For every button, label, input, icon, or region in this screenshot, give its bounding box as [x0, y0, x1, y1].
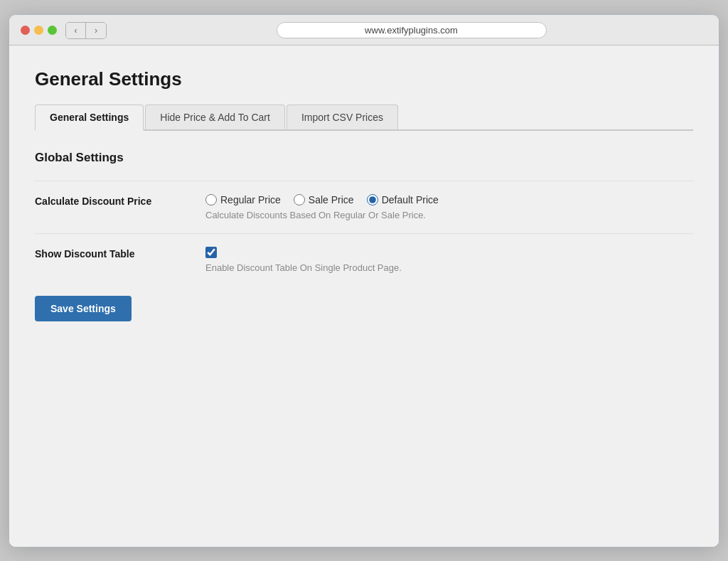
discount-price-radio-group: Regular Price Sale Price Default Price: [205, 194, 693, 205]
radio-option-regular-price[interactable]: Regular Price: [205, 194, 281, 205]
radio-option-sale-price[interactable]: Sale Price: [294, 194, 354, 205]
radio-sale-price[interactable]: [294, 194, 305, 205]
radio-default-price[interactable]: [367, 194, 378, 205]
back-button[interactable]: ‹: [66, 23, 86, 38]
forward-button[interactable]: ›: [86, 23, 106, 38]
calculate-discount-price-label: Calculate Discount Price: [35, 194, 205, 207]
show-discount-table-control: Enable Discount Table On Single Product …: [205, 247, 693, 273]
radio-regular-price-label: Regular Price: [220, 194, 281, 205]
browser-chrome: ‹ › www.extifyplugins.com: [9, 15, 719, 46]
maximize-button[interactable]: [48, 26, 57, 35]
tab-import-csv-prices[interactable]: Import CSV Prices: [287, 105, 398, 129]
tab-bar: General Settings Hide Price & Add To Car…: [35, 105, 693, 131]
minimize-button[interactable]: [34, 26, 43, 35]
show-discount-table-description: Enable Discount Table On Single Product …: [205, 262, 693, 273]
close-button[interactable]: [21, 26, 30, 35]
show-discount-table-label: Show Discount Table: [35, 247, 205, 260]
tab-hide-price-add-to-cart[interactable]: Hide Price & Add To Cart: [145, 105, 285, 129]
traffic-lights: [21, 26, 57, 35]
global-settings-section: Global Settings Calculate Discount Price…: [35, 151, 693, 286]
browser-window: ‹ › www.extifyplugins.com General Settin…: [9, 14, 719, 547]
radio-option-default-price[interactable]: Default Price: [367, 194, 439, 205]
show-discount-table-checkbox[interactable]: [205, 247, 217, 258]
show-discount-table-row: Show Discount Table Enable Discount Tabl…: [35, 233, 693, 286]
global-settings-title: Global Settings: [35, 151, 693, 165]
nav-buttons: ‹ ›: [65, 22, 107, 39]
page-title: General Settings: [35, 68, 693, 90]
show-discount-table-checkbox-group: [205, 247, 693, 258]
radio-default-price-label: Default Price: [382, 194, 439, 205]
save-settings-button[interactable]: Save Settings: [35, 296, 132, 321]
tab-general-settings[interactable]: General Settings: [35, 105, 144, 131]
radio-regular-price[interactable]: [205, 194, 217, 205]
calculate-discount-description: Calculate Discounts Based On Regular Or …: [205, 210, 693, 220]
calculate-discount-price-control: Regular Price Sale Price Default Price C…: [205, 194, 693, 220]
page-content: General Settings General Settings Hide P…: [9, 46, 719, 547]
radio-sale-price-label: Sale Price: [309, 194, 354, 205]
address-bar[interactable]: www.extifyplugins.com: [277, 22, 547, 38]
calculate-discount-price-row: Calculate Discount Price Regular Price S…: [35, 181, 693, 233]
